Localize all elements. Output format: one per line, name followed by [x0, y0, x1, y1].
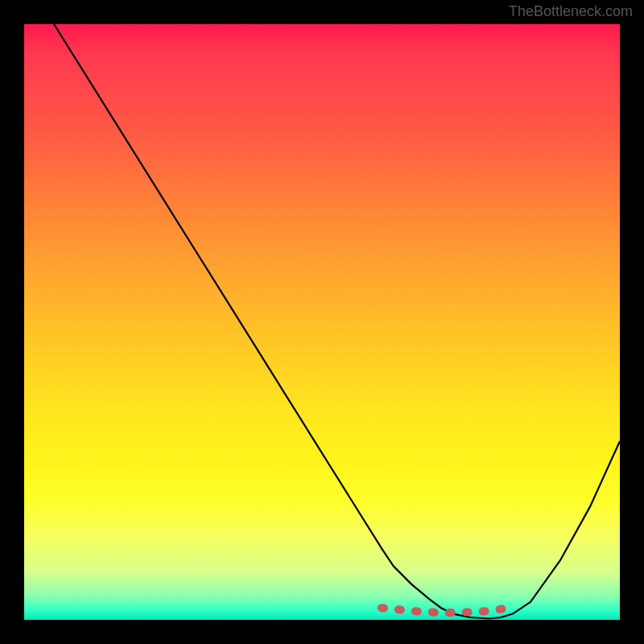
- curve-line: [54, 24, 620, 619]
- chart-svg: [24, 24, 620, 620]
- dotted-segment: [382, 607, 513, 613]
- watermark-label: TheBottleneck.com: [509, 3, 633, 20]
- chart-plot-area: [24, 24, 620, 620]
